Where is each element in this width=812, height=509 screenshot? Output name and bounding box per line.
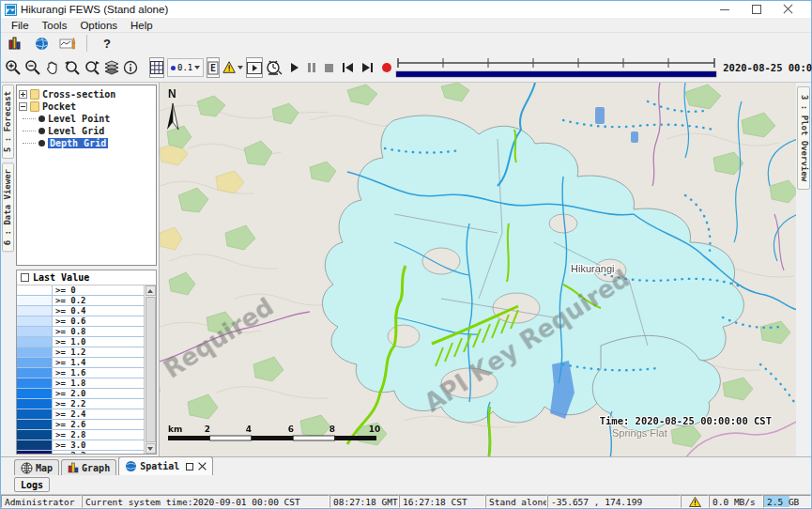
svg-text:E: E (210, 63, 216, 73)
logs-button[interactable]: Logs (14, 477, 50, 492)
zoom-previous-icon[interactable] (64, 57, 81, 78)
tab-maximize-icon[interactable] (186, 463, 193, 470)
tab-close-icon[interactable] (198, 462, 207, 470)
timer-icon[interactable] (266, 57, 283, 78)
tab-spatial-label: Spatial (140, 461, 179, 471)
skip-to-end-icon[interactable] (362, 63, 373, 72)
label-springs-flat: Springs Flat (612, 427, 667, 439)
legend-row: >= 0.2 (17, 296, 144, 306)
animation-movie-icon[interactable] (246, 57, 263, 78)
legend-panel: Last Value >= 0 >= 0.2 >= 0.4 >= 0.6 >= … (16, 270, 157, 455)
menu-help[interactable]: Help (124, 20, 160, 31)
legend-row: >= 2.0 (17, 389, 144, 399)
legend-row: >= 0.4 (17, 306, 144, 316)
scroll-down-icon[interactable] (146, 443, 156, 454)
chart-display-icon[interactable] (57, 33, 78, 54)
pause-icon[interactable] (308, 63, 315, 72)
bullet-icon (38, 116, 45, 122)
title-bar: Hikurangi FEWS (Stand alone) (1, 1, 811, 18)
timeline-slider[interactable] (394, 55, 718, 80)
playback-controls (291, 63, 391, 72)
menu-file[interactable]: File (5, 20, 36, 31)
label-hikurangi: Hikurangi (571, 263, 614, 274)
svg-text:2: 2 (205, 424, 210, 434)
toolbar-separator (86, 35, 87, 52)
tree-node-label: Cross-section (42, 89, 115, 100)
last-value-checkbox[interactable] (21, 273, 29, 282)
status-gmt-time: 08:27:18 GMT (329, 495, 399, 508)
legend-header: Last Value (17, 270, 156, 285)
map-viewport[interactable]: API Key Required API Key Required N Hiku… (160, 83, 796, 456)
skip-to-start-icon[interactable] (343, 63, 353, 72)
status-warning-cell[interactable] (681, 495, 709, 508)
globe-icon (125, 460, 137, 472)
svg-text:4: 4 (246, 424, 252, 434)
scroll-up-icon[interactable] (146, 285, 156, 296)
collapse-icon[interactable] (19, 102, 27, 111)
map-time-overlay: Time: 2020-08-25 00:00:00 CST (600, 415, 772, 426)
legend-row: >= 1.0 (17, 337, 144, 347)
tab-plot-overview[interactable]: 3 : Plot Overview (797, 86, 810, 190)
legend-scrollbar[interactable] (144, 285, 156, 454)
close-button[interactable] (783, 4, 794, 15)
pan-hand-icon[interactable] (44, 57, 61, 78)
tab-map[interactable]: Map (14, 459, 59, 475)
tree-node-level-point[interactable]: Level Point (19, 113, 154, 125)
status-bar: Administrator Current system time:2020-0… (1, 495, 811, 508)
zoom-next-icon[interactable] (84, 57, 100, 78)
tree-node-label: Pocket (42, 101, 76, 112)
layers-icon[interactable] (103, 57, 120, 78)
status-mode: Stand alone (485, 495, 547, 508)
wire-globe-icon (21, 462, 33, 474)
tree-connector (23, 118, 36, 119)
minimize-button[interactable] (719, 4, 730, 15)
zoom-in-icon[interactable] (5, 57, 22, 78)
menu-bar: File Tools Options Help (1, 18, 811, 33)
elevation-button[interactable]: E (207, 57, 220, 78)
svg-text:10: 10 (369, 424, 381, 434)
tree-node-label: Level Grid (48, 126, 104, 136)
map-canvas[interactable]: API Key Required API Key Required N Hiku… (160, 83, 796, 456)
status-network-speed: 0.0 MB/s (709, 495, 763, 508)
folder-icon (30, 101, 39, 112)
legend-row: >= 2.6 (17, 420, 144, 430)
stop-icon[interactable] (325, 64, 333, 72)
record-icon[interactable] (382, 63, 391, 72)
zoom-out-icon[interactable] (24, 57, 41, 78)
warning-dropdown[interactable] (222, 57, 243, 78)
play-icon[interactable] (291, 63, 299, 72)
tab-forecast[interactable]: 5 : Forecast (2, 85, 14, 159)
menu-tools[interactable]: Tools (36, 20, 74, 31)
contour-precision-dropdown[interactable]: 0.1 (167, 58, 204, 77)
map-toolbar: 0.1 E (1, 54, 811, 83)
tree-node-depth-grid[interactable]: Depth Grid (19, 137, 154, 149)
bullet-icon (38, 140, 45, 147)
tree-node-label: Level Point (48, 114, 110, 124)
status-system-time: Current system time:2020-09-01 00:00 CST (82, 495, 329, 508)
tab-map-label: Map (36, 463, 53, 473)
expand-icon[interactable] (19, 90, 27, 99)
legend-row: >= 0.6 (17, 316, 144, 327)
globe-icon[interactable] (31, 33, 52, 54)
scroll-thumb[interactable] (146, 297, 156, 442)
tree-node-level-grid[interactable]: Level Grid (19, 125, 154, 137)
tab-data-viewer[interactable]: 6 : Data Viewer (2, 162, 14, 252)
legend-row: >= 1.6 (17, 368, 144, 378)
chevron-down-icon (194, 66, 200, 69)
tab-spatial[interactable]: Spatial (118, 456, 213, 475)
grid-display-icon[interactable] (149, 57, 164, 78)
legend-row: >= 2.8 (17, 430, 144, 440)
maximize-button[interactable] (751, 4, 762, 15)
info-icon[interactable] (123, 57, 138, 78)
tab-graph[interactable]: Graph (61, 459, 116, 475)
tree-node-cross-section[interactable]: Cross-section (19, 88, 154, 100)
folder-icon (30, 89, 39, 100)
help-button[interactable]: ? (96, 37, 118, 51)
bullet-icon (38, 128, 45, 134)
menu-options[interactable]: Options (73, 20, 124, 31)
tree-connector (23, 143, 36, 144)
svg-text:6: 6 (288, 424, 294, 434)
explorer-bars-icon[interactable] (5, 33, 25, 54)
data-viewer-panel: Cross-section Pocket Level Point Level G… (14, 83, 160, 456)
tree-node-pocket[interactable]: Pocket (19, 100, 154, 113)
